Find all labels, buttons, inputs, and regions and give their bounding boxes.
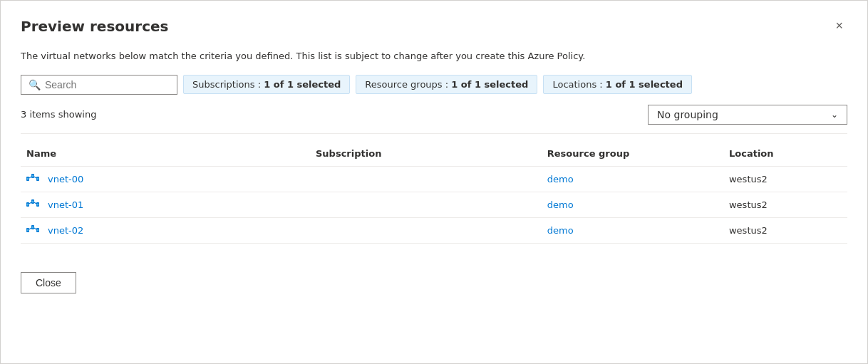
dialog-header: Preview resources × bbox=[21, 18, 847, 35]
toolbar-row: 3 items showing No grouping ⌄ bbox=[21, 105, 847, 125]
cell-location: westus2 bbox=[723, 192, 847, 217]
dialog-title: Preview resources bbox=[21, 18, 168, 35]
col-header-resource-group: Resource group bbox=[542, 142, 723, 167]
search-icon: 🔍 bbox=[29, 79, 41, 90]
svg-point-7 bbox=[32, 175, 34, 177]
footer: Close bbox=[21, 264, 847, 293]
cell-resource-group: demo bbox=[542, 192, 723, 217]
table-row: vnet-01 demo westus2 bbox=[21, 192, 847, 217]
chevron-down-icon: ⌄ bbox=[831, 110, 838, 120]
search-box[interactable]: 🔍 bbox=[21, 75, 177, 95]
svg-point-15 bbox=[32, 201, 34, 203]
svg-point-5 bbox=[27, 178, 29, 180]
resource-groups-filter-value: 1 of 1 selected bbox=[451, 79, 528, 90]
subscriptions-filter-value: 1 of 1 selected bbox=[264, 79, 341, 90]
resource-groups-filter[interactable]: Resource groups : 1 of 1 selected bbox=[356, 75, 537, 94]
svg-point-13 bbox=[27, 204, 29, 206]
cell-name: vnet-02 bbox=[21, 217, 310, 243]
preview-resources-dialog: Preview resources × The virtual networks… bbox=[0, 0, 868, 364]
cell-name: vnet-01 bbox=[21, 192, 310, 217]
close-button[interactable]: Close bbox=[21, 272, 76, 293]
col-header-subscription: Subscription bbox=[310, 142, 542, 167]
resource-group-link[interactable]: demo bbox=[547, 225, 574, 236]
dialog-close-button[interactable]: × bbox=[831, 18, 847, 33]
resource-group-link[interactable]: demo bbox=[547, 174, 574, 184]
filters-row: 🔍 Subscriptions : 1 of 1 selected Resour… bbox=[21, 75, 847, 95]
divider bbox=[21, 133, 847, 134]
grouping-dropdown[interactable]: No grouping ⌄ bbox=[648, 105, 847, 125]
svg-point-23 bbox=[32, 227, 34, 229]
vnet-icon bbox=[26, 199, 39, 209]
description-text: The virtual networks below match the cri… bbox=[21, 49, 847, 63]
grouping-label: No grouping bbox=[657, 109, 718, 120]
vnet-icon bbox=[26, 225, 39, 235]
items-count: 3 items showing bbox=[21, 109, 96, 120]
col-header-name: Name bbox=[21, 142, 310, 167]
subscriptions-filter-label: Subscriptions : bbox=[192, 79, 264, 90]
subscriptions-filter[interactable]: Subscriptions : 1 of 1 selected bbox=[183, 75, 350, 94]
locations-filter-value: 1 of 1 selected bbox=[606, 79, 683, 90]
resource-name-link[interactable]: vnet-02 bbox=[48, 225, 83, 236]
svg-point-14 bbox=[37, 204, 39, 206]
svg-point-22 bbox=[37, 229, 39, 232]
resource-name-link[interactable]: vnet-00 bbox=[48, 174, 83, 184]
resource-groups-filter-label: Resource groups : bbox=[365, 79, 451, 90]
resources-table: Name Subscription Resource group Locatio… bbox=[21, 142, 847, 244]
cell-name: vnet-00 bbox=[21, 166, 310, 192]
search-input[interactable] bbox=[45, 79, 170, 90]
cell-location: westus2 bbox=[723, 166, 847, 192]
cell-subscription bbox=[310, 217, 542, 243]
locations-filter-label: Locations : bbox=[552, 79, 605, 90]
cell-subscription bbox=[310, 192, 542, 217]
cell-subscription bbox=[310, 166, 542, 192]
locations-filter[interactable]: Locations : 1 of 1 selected bbox=[543, 75, 692, 94]
cell-location: westus2 bbox=[723, 217, 847, 243]
table-header: Name Subscription Resource group Locatio… bbox=[21, 142, 847, 167]
resource-name-link[interactable]: vnet-01 bbox=[48, 199, 83, 210]
table-row: vnet-02 demo westus2 bbox=[21, 217, 847, 243]
col-header-location: Location bbox=[723, 142, 847, 167]
table-row: vnet-00 demo westus2 bbox=[21, 166, 847, 192]
cell-resource-group: demo bbox=[542, 217, 723, 243]
vnet-icon bbox=[26, 174, 39, 184]
table-body: vnet-00 demo westus2 bbox=[21, 166, 847, 243]
resource-group-link[interactable]: demo bbox=[547, 199, 574, 210]
svg-point-6 bbox=[37, 178, 39, 180]
svg-point-21 bbox=[27, 229, 29, 232]
cell-resource-group: demo bbox=[542, 166, 723, 192]
